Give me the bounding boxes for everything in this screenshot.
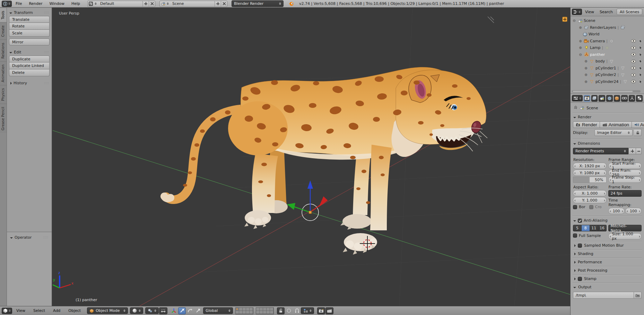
expand-icon[interactable]: ⊕ [584, 73, 588, 77]
tab-constraints[interactable] [621, 95, 628, 102]
pin-icon[interactable] [573, 105, 577, 110]
selectable-cursor-icon[interactable] [638, 66, 643, 70]
translate-manipulator[interactable] [287, 180, 328, 221]
tab-scene[interactable] [599, 95, 605, 102]
outliner-menu-view[interactable]: View [583, 10, 597, 14]
opengl-render-button[interactable] [317, 307, 325, 314]
sampled-motion-blur-panel-header[interactable]: Sampled Motion Blur [573, 241, 642, 249]
outliner-row-body[interactable]: ⊕ ▽ body | ▽ [572, 58, 644, 65]
dimensions-panel-header[interactable]: Dimensions [573, 140, 642, 147]
outliner-row-scene[interactable]: ⊖ Scene [572, 17, 644, 24]
outliner-row-pcylinder2[interactable]: ⊕ ▽ pCylinder2 | ▽ [572, 71, 644, 78]
layer-cell[interactable] [239, 308, 243, 311]
lock-to-scene-button[interactable] [277, 307, 285, 314]
tab-tools[interactable]: Tools [0, 8, 7, 22]
manipulator-toggle-button[interactable] [170, 307, 178, 314]
expand-icon[interactable]: ⊕ [578, 46, 583, 50]
frame-rate-dropdown[interactable]: 24 fps [608, 190, 642, 197]
layer-cell[interactable] [250, 308, 253, 311]
menu-file[interactable]: File [12, 1, 25, 6]
layer-cell[interactable] [250, 311, 253, 314]
scale-button[interactable]: Scale [9, 30, 50, 37]
menu-object[interactable]: Object [64, 308, 85, 313]
selectable-cursor-icon[interactable] [638, 59, 643, 64]
menu-window[interactable]: Window [46, 1, 68, 6]
stamp-panel-header[interactable]: Stamp [573, 274, 642, 283]
tab-object-data[interactable] [629, 95, 635, 102]
expand-icon[interactable]: ⊕ [584, 66, 588, 70]
viewport-shading-dropdown[interactable] [130, 307, 143, 314]
pivot-align-toggle[interactable] [159, 307, 167, 314]
aa-samples-11[interactable]: 11 [590, 225, 598, 231]
proportional-edit-button[interactable] [285, 307, 293, 314]
aa-samples-8[interactable]: 8 [582, 225, 590, 231]
layer-cell[interactable] [246, 311, 250, 314]
layer-cell[interactable] [239, 311, 243, 314]
transform-orientation-dropdown[interactable]: Global [203, 307, 233, 314]
render-button[interactable]: Render [573, 121, 600, 128]
hide-eye-icon[interactable] [631, 79, 636, 84]
layer-cell[interactable] [256, 311, 260, 314]
outliner-row-pcylinder24[interactable]: ⊕ ▽ pCylinder24 | ▽ [572, 78, 644, 85]
outliner-row-lamp[interactable]: ⊕ Lamp | [572, 44, 644, 51]
delete-layout-button[interactable] [149, 1, 155, 7]
hide-eye-icon[interactable] [631, 66, 636, 70]
layer-cell[interactable] [236, 308, 239, 311]
layer-cell[interactable] [256, 308, 260, 311]
aa-samples-5[interactable]: 5 [573, 225, 582, 231]
layer-cell[interactable] [267, 311, 270, 314]
layer-cell[interactable] [243, 311, 246, 314]
antialiasing-panel-header[interactable]: Anti-Aliasing [573, 217, 642, 224]
aa-samples-16[interactable]: 16 [598, 225, 607, 231]
outliner-row-pcylinder1[interactable]: ⊕ ▽ pCylinder1 | ▽ [572, 65, 644, 72]
menu-select[interactable]: Select [29, 308, 49, 313]
layer-cell[interactable] [270, 308, 273, 311]
resolution-y-field[interactable]: Y: 1080 px [573, 170, 607, 176]
border-checkbox[interactable] [573, 205, 577, 209]
translate-button[interactable]: Translate [9, 16, 50, 23]
pivot-point-dropdown[interactable] [145, 307, 159, 314]
render-engine-dropdown[interactable]: Blender Render [232, 0, 284, 7]
tab-texture[interactable] [636, 95, 643, 102]
frame-step-field[interactable]: Frame Step: 1 [608, 177, 642, 183]
shading-panel-header[interactable]: Shading [573, 249, 642, 258]
panther-model[interactable] [164, 67, 487, 255]
transform-panel-header[interactable]: Transform :::: [9, 9, 50, 16]
aa-size-field[interactable]: Size: 1.000 px [608, 233, 642, 239]
delete-button[interactable]: Delete [9, 69, 50, 76]
remove-preset-button[interactable] [636, 148, 642, 154]
expand-icon[interactable]: ⊕ [584, 80, 588, 84]
aspect-x-field[interactable]: X: 1.000 [573, 190, 607, 196]
hide-eye-icon[interactable] [631, 52, 636, 57]
layer-cell[interactable] [260, 308, 263, 311]
selectable-cursor-icon[interactable] [638, 52, 643, 57]
layers-grid-1[interactable] [235, 307, 253, 314]
hide-eye-icon[interactable] [631, 59, 636, 64]
open-region-plus-button[interactable] [562, 17, 567, 22]
breadcrumb-scene[interactable]: Scene [586, 106, 598, 110]
mode-dropdown[interactable]: Object Mode [87, 307, 128, 314]
layer-cell[interactable] [267, 308, 270, 311]
performance-panel-header[interactable]: Performance [573, 258, 642, 266]
selectable-cursor-icon[interactable] [638, 39, 643, 43]
display-lock-button[interactable] [634, 129, 642, 136]
tab-world[interactable] [606, 95, 613, 102]
tab-render[interactable] [584, 95, 590, 102]
output-path-field[interactable]: /tmp\ [573, 292, 634, 299]
mirror-button[interactable]: Mirror [9, 39, 50, 45]
add-preset-button[interactable] [628, 148, 636, 154]
output-panel-header[interactable]: Output [573, 283, 642, 291]
scale-manipulator-button[interactable] [194, 307, 202, 314]
menu-add[interactable]: Add [49, 308, 64, 313]
layer-cell[interactable] [236, 311, 239, 314]
outliner-row-camera[interactable]: ⊕ Camera | [572, 38, 644, 45]
layers-grid-2[interactable] [256, 307, 274, 314]
layer-cell[interactable] [263, 308, 267, 311]
snap-toggle-button[interactable] [293, 307, 301, 314]
antialiasing-checkbox[interactable] [578, 219, 582, 223]
corner-grip[interactable] [486, 16, 495, 25]
menu-render[interactable]: Render [26, 1, 45, 6]
motion-blur-checkbox[interactable] [578, 244, 582, 248]
collapse-icon[interactable]: ⊖ [572, 19, 576, 23]
outliner-display-filter[interactable]: All Scenes [617, 9, 642, 15]
